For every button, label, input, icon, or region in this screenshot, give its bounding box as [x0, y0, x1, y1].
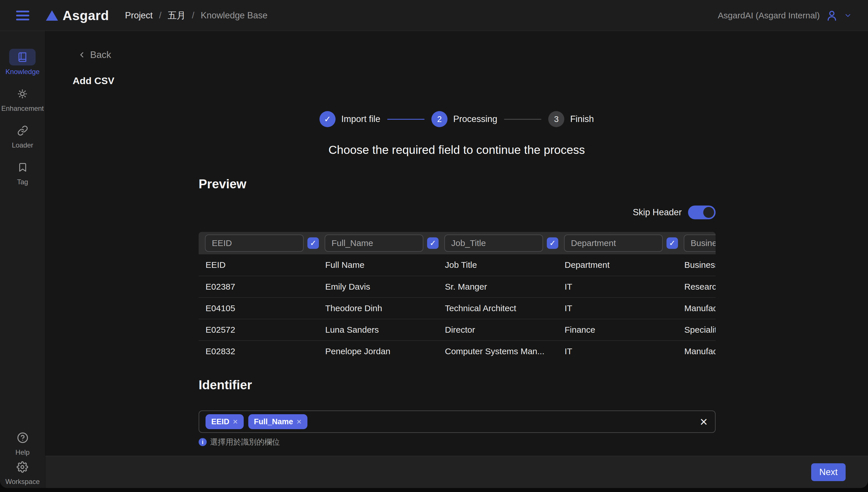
chip-label: Full_Name: [254, 417, 293, 426]
sidebar-item-label: Help: [16, 448, 30, 457]
sidebar-item-tag[interactable]: Tag: [9, 159, 36, 186]
identifier-hint: 選擇用於識別的欄位: [210, 437, 280, 447]
table-cell: E04105: [199, 298, 318, 319]
table-cell: E02387: [199, 276, 318, 297]
table-cell: Speciality: [677, 319, 716, 340]
sun-icon: [17, 89, 28, 99]
step-label: Import file: [341, 114, 380, 124]
sidebar-item-loader[interactable]: Loader: [9, 122, 36, 149]
main-content: Back Add CSV ✓ Import file 2 Processing: [45, 31, 868, 488]
toggle-knob: [703, 207, 714, 218]
table-cell: Job Title: [438, 254, 558, 276]
table-cell: Technical Architect: [438, 298, 558, 319]
chip-remove-icon[interactable]: ×: [233, 417, 238, 426]
brand-name: Asgard: [63, 8, 109, 23]
step-processing: 2 Processing: [431, 111, 497, 127]
column-header-full-name: ✓: [318, 232, 438, 254]
preview-table-header: ✓ ✓ ✓ ✓: [199, 232, 716, 254]
table-cell: Penelope Jordan: [318, 341, 438, 362]
skip-header-label: Skip Header: [633, 207, 682, 218]
user-icon[interactable]: [825, 9, 838, 22]
column-field-input[interactable]: [684, 235, 716, 252]
column-field-input[interactable]: [444, 235, 543, 252]
column-header-job-title: ✓: [438, 232, 558, 254]
sidebar-item-label: Knowledge: [5, 68, 40, 76]
brand: Asgard: [46, 8, 109, 23]
gear-icon: [17, 461, 28, 473]
identifier-chip: EEID ×: [205, 414, 244, 429]
back-label: Back: [90, 49, 111, 60]
step-check-icon: ✓: [320, 111, 336, 127]
info-icon: i: [199, 438, 207, 446]
menu-icon[interactable]: [16, 10, 29, 20]
table-cell: Finance: [558, 319, 677, 340]
logo-triangle-icon: [46, 10, 58, 21]
table-cell: Research: [677, 276, 716, 297]
sidebar-item-knowledge[interactable]: Knowledge: [5, 49, 40, 76]
column-checkbox[interactable]: ✓: [547, 238, 558, 249]
table-cell: Emily Davis: [318, 276, 438, 297]
breadcrumb-month[interactable]: 五月: [168, 9, 186, 22]
link-icon: [17, 125, 28, 136]
clear-identifier-icon[interactable]: ×: [700, 415, 708, 428]
column-field-input[interactable]: [564, 235, 663, 252]
step-import-file: ✓ Import file: [320, 111, 380, 127]
table-cell: Theodore Dinh: [318, 298, 438, 319]
identifier-title: Identifier: [199, 378, 716, 392]
column-checkbox[interactable]: ✓: [307, 238, 319, 249]
breadcrumb-separator: /: [192, 10, 195, 21]
step-connector: [387, 119, 424, 120]
table-cell: EEID: [199, 254, 318, 276]
column-checkbox[interactable]: ✓: [667, 238, 678, 249]
breadcrumb-section: Knowledge Base: [201, 10, 268, 21]
bookmark-icon: [18, 162, 28, 173]
table-cell: IT: [558, 341, 677, 362]
table-cell: IT: [558, 298, 677, 319]
chevron-left-icon: [77, 51, 86, 59]
chevron-down-icon[interactable]: [844, 11, 852, 20]
column-header-department: ✓: [558, 232, 677, 254]
sidebar-item-enhancement[interactable]: Enhancement: [1, 85, 44, 113]
breadcrumb-project[interactable]: Project: [125, 10, 152, 21]
table-cell: IT: [558, 276, 677, 297]
table-row: E04105 Theodore Dinh Technical Architect…: [199, 297, 716, 319]
preview-title: Preview: [199, 177, 716, 191]
sidebar-item-label: Workspace: [5, 478, 40, 486]
back-button[interactable]: Back: [77, 49, 111, 60]
footer-bar: Next: [45, 456, 868, 488]
skip-header-toggle[interactable]: [688, 205, 716, 219]
sidebar: Knowledge Enhancement Lo: [0, 31, 45, 488]
account-menu[interactable]: AsgardAI (Asgard Internal): [718, 9, 852, 22]
table-row: E02832 Penelope Jordan Computer Systems …: [199, 340, 716, 362]
step-finish: 3 Finish: [548, 111, 594, 127]
column-field-input[interactable]: [325, 235, 423, 252]
sidebar-item-workspace[interactable]: Workspace: [5, 459, 40, 486]
table-cell: Director: [438, 319, 558, 340]
identifier-chip: Full_Name ×: [248, 414, 307, 429]
skip-header-row: Skip Header: [199, 205, 716, 219]
breadcrumb-separator: /: [159, 10, 162, 21]
chip-remove-icon[interactable]: ×: [297, 417, 302, 426]
table-cell: Department: [558, 254, 677, 276]
next-button[interactable]: Next: [811, 463, 846, 481]
step-connector: [504, 119, 541, 120]
table-row: E02572 Luna Sanders Director Finance Spe…: [199, 319, 716, 340]
page-title: Add CSV: [73, 75, 868, 87]
table-row: E02387 Emily Davis Sr. Manger IT Researc…: [199, 276, 716, 297]
identifier-input[interactable]: EEID × Full_Name × ×: [199, 411, 716, 433]
page-subtitle: Choose the required field to continue th…: [45, 143, 868, 157]
table-cell: E02832: [199, 341, 318, 362]
table-cell: Full Name: [318, 254, 438, 276]
sidebar-item-help[interactable]: Help: [9, 429, 36, 457]
sidebar-item-label: Enhancement: [1, 104, 44, 113]
column-checkbox[interactable]: ✓: [427, 238, 439, 249]
step-number: 3: [548, 111, 564, 127]
table-cell: Luna Sanders: [318, 319, 438, 340]
topbar: Asgard Project / 五月 / Knowledge Base Asg…: [0, 0, 868, 31]
breadcrumb: Project / 五月 / Knowledge Base: [125, 9, 267, 22]
chip-label: EEID: [211, 417, 229, 426]
column-field-input[interactable]: [205, 235, 304, 252]
preview-table: ✓ ✓ ✓ ✓: [199, 232, 716, 362]
app-window: Asgard Project / 五月 / Knowledge Base Asg…: [0, 0, 868, 488]
identifier-hint-row: i 選擇用於識別的欄位: [199, 437, 716, 447]
